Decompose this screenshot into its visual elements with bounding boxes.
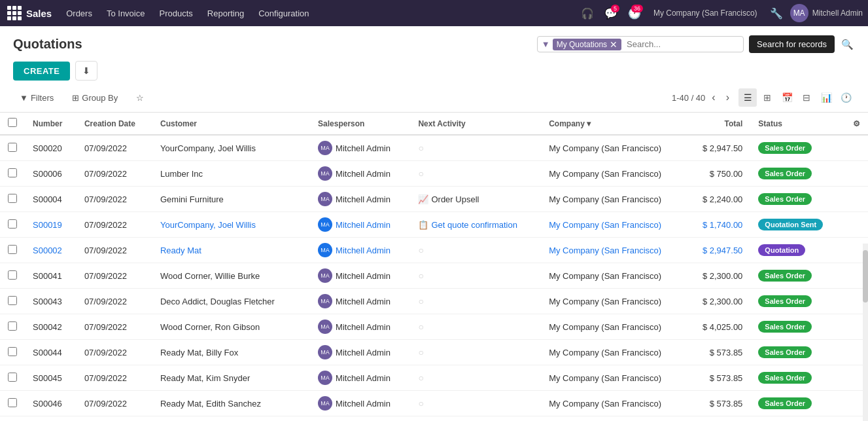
cell-customer[interactable]: Ready Mat, Kim Snyder	[152, 365, 310, 391]
row-checkbox-cell[interactable]	[0, 187, 25, 212]
cell-customer[interactable]: Ready Mat, Billy Fox	[152, 340, 310, 365]
activity-icon-button[interactable]: 🕐 36	[625, 3, 644, 23]
cell-customer[interactable]: Wood Corner, Willie Burke	[152, 263, 310, 289]
cell-date: 07/09/2022	[77, 135, 152, 161]
row-checkbox-cell[interactable]	[0, 391, 25, 416]
cell-date: 07/09/2022	[77, 340, 152, 365]
menu-configuration[interactable]: Configuration	[252, 5, 315, 22]
support-icon-button[interactable]: 🎧	[578, 3, 597, 23]
apps-menu-button[interactable]	[5, 4, 24, 22]
prev-page-button[interactable]: ‹	[708, 90, 719, 105]
activity-view-button[interactable]: 🕐	[837, 88, 855, 107]
salesperson-name: Mitchell Admin	[336, 194, 391, 204]
cell-status: Sales Order	[750, 161, 842, 187]
row-checkbox[interactable]	[8, 270, 17, 280]
list-view-button[interactable]: ☰	[738, 88, 757, 107]
col-settings[interactable]: ⚙	[842, 113, 868, 135]
cell-number[interactable]: S00002	[25, 238, 77, 263]
cell-customer[interactable]: Ready Mat	[152, 238, 310, 263]
cell-company: My Company (San Francisco)	[541, 416, 687, 422]
filter-tag-close-button[interactable]: ✕	[610, 40, 617, 49]
chart-view-button[interactable]: 📊	[817, 88, 835, 107]
search-bar[interactable]: ▼ My Quotations ✕	[537, 36, 744, 52]
cell-customer[interactable]: Gemini Furniture	[152, 187, 310, 212]
cell-date: 07/09/2022	[77, 289, 152, 314]
row-checkbox-cell[interactable]	[0, 263, 25, 289]
top-nav-right: 🎧 💬 5 🕐 36 My Company (San Francisco) 🔧 …	[578, 3, 863, 23]
cell-customer[interactable]: Lumber Inc	[152, 161, 310, 187]
cell-salesperson: MA Mitchell Admin	[310, 314, 410, 340]
user-avatar[interactable]: MA	[790, 4, 808, 22]
row-checkbox[interactable]	[8, 373, 17, 382]
row-checkbox-cell[interactable]	[0, 340, 25, 365]
settings-icon-button[interactable]: 🔧	[767, 3, 786, 23]
cell-activity: ○	[410, 416, 541, 422]
activity-clock-icon: ○	[418, 398, 423, 409]
cell-number[interactable]: S00044	[25, 340, 77, 365]
row-checkbox[interactable]	[8, 143, 17, 152]
next-page-button[interactable]: ›	[722, 90, 733, 105]
search-input[interactable]	[624, 38, 739, 50]
download-button[interactable]: ⬇	[75, 61, 97, 81]
row-checkbox-cell[interactable]	[0, 212, 25, 238]
cell-customer[interactable]: Wood Corner, Ron Gibson	[152, 314, 310, 340]
row-checkbox-cell[interactable]	[0, 161, 25, 187]
cell-number[interactable]: S00020	[25, 135, 77, 161]
table-row: S00047 07/09/2022 Gemini Furniture, Edwi…	[0, 416, 868, 422]
column-settings-icon[interactable]: ⚙	[853, 119, 860, 128]
cell-number[interactable]: S00043	[25, 289, 77, 314]
cell-number[interactable]: S00019	[25, 212, 77, 238]
select-all-checkbox[interactable]	[8, 118, 17, 127]
cell-customer[interactable]: YourCompany, Joel Willis	[152, 212, 310, 238]
row-checkbox[interactable]	[8, 194, 17, 203]
kanban-view-button[interactable]: ⊞	[758, 88, 776, 107]
cell-customer[interactable]: Ready Mat, Edith Sanchez	[152, 391, 310, 416]
messages-icon-button[interactable]: 💬 5	[601, 3, 621, 23]
cell-total: $ 0.00	[687, 416, 750, 422]
menu-reporting[interactable]: Reporting	[201, 5, 251, 22]
scrollbar-thumb[interactable]	[863, 250, 868, 302]
cell-number[interactable]: S00004	[25, 187, 77, 212]
row-checkbox[interactable]	[8, 347, 17, 356]
create-button[interactable]: CREATE	[13, 62, 70, 81]
row-checkbox-cell[interactable]	[0, 416, 25, 422]
search-button[interactable]: 🔍	[840, 37, 855, 52]
row-checkbox[interactable]	[8, 168, 17, 177]
cell-number[interactable]: S00047	[25, 416, 77, 422]
cell-number[interactable]: S00042	[25, 314, 77, 340]
row-checkbox[interactable]	[8, 321, 17, 331]
cell-company: My Company (San Francisco)	[541, 314, 687, 340]
cell-total: $ 2,947.50	[687, 238, 750, 263]
scrollbar-track[interactable]	[863, 244, 868, 421]
cell-company: My Company (San Francisco)	[541, 238, 687, 263]
col-company[interactable]: Company ▾	[541, 113, 687, 135]
cell-customer[interactable]: Gemini Furniture, Edwin Hansen	[152, 416, 310, 422]
cell-empty	[842, 187, 868, 212]
row-checkbox-cell[interactable]	[0, 365, 25, 391]
row-checkbox[interactable]	[8, 245, 17, 254]
cell-number[interactable]: S00045	[25, 365, 77, 391]
cell-number[interactable]: S00046	[25, 391, 77, 416]
pivot-view-button[interactable]: ⊟	[797, 88, 816, 107]
row-checkbox[interactable]	[8, 219, 17, 229]
row-checkbox-cell[interactable]	[0, 314, 25, 340]
menu-orders[interactable]: Orders	[60, 5, 99, 22]
row-checkbox-cell[interactable]	[0, 135, 25, 161]
cell-customer[interactable]: Deco Addict, Douglas Fletcher	[152, 289, 310, 314]
menu-products[interactable]: Products	[152, 5, 199, 22]
row-checkbox[interactable]	[8, 296, 17, 305]
menu-to-invoice[interactable]: To Invoice	[100, 5, 152, 22]
table-row: S00046 07/09/2022 Ready Mat, Edith Sanch…	[0, 391, 868, 416]
calendar-view-button[interactable]: 📅	[778, 88, 796, 107]
select-all-header[interactable]	[0, 113, 25, 135]
row-checkbox-cell[interactable]	[0, 238, 25, 263]
row-checkbox[interactable]	[8, 398, 17, 407]
row-checkbox-cell[interactable]	[0, 289, 25, 314]
favorites-button[interactable]: ☆	[130, 90, 150, 106]
groupby-button[interactable]: ⊞ Group By	[65, 90, 124, 106]
filters-button[interactable]: ▼ Filters	[13, 90, 60, 106]
cell-number[interactable]: S00041	[25, 263, 77, 289]
cell-number[interactable]: S00006	[25, 161, 77, 187]
status-badge: Sales Order	[758, 372, 812, 384]
cell-customer[interactable]: YourCompany, Joel Willis	[152, 135, 310, 161]
